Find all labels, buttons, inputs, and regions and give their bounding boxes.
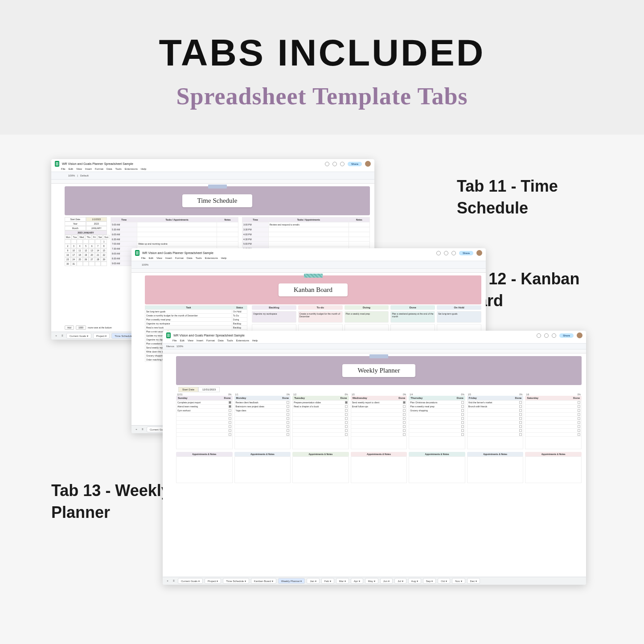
cell[interactable]: Plan a weekly meal prep bbox=[145, 318, 232, 322]
cal-day[interactable]: 10 bbox=[71, 248, 77, 253]
cal-day[interactable]: 12 bbox=[83, 248, 89, 253]
cal-day[interactable]: 14 bbox=[95, 248, 101, 253]
task-row[interactable] bbox=[176, 429, 232, 433]
cell[interactable]: To Do bbox=[232, 314, 247, 318]
menu-tools[interactable]: Tools bbox=[227, 339, 233, 342]
tab-aug[interactable]: Aug ▾ bbox=[408, 578, 421, 584]
day-body[interactable]: Plan Christmas decorationsPlan a weekly … bbox=[409, 400, 465, 449]
tab-time-schedule[interactable]: Time Schedule ▾ bbox=[223, 578, 249, 584]
menu-edit[interactable]: Edit bbox=[180, 339, 185, 342]
history-icon[interactable] bbox=[436, 251, 441, 255]
task-row[interactable] bbox=[409, 433, 465, 437]
menu-format[interactable]: Format bbox=[175, 257, 184, 259]
task-row[interactable] bbox=[468, 417, 523, 421]
task-row[interactable] bbox=[468, 409, 523, 413]
cal-day[interactable] bbox=[101, 262, 107, 266]
add-sheet-icon[interactable]: + bbox=[54, 334, 58, 338]
kanban-card[interactable]: Create a monthly budget for the month of… bbox=[298, 311, 343, 323]
day-body[interactable] bbox=[525, 400, 582, 449]
cal-day[interactable] bbox=[89, 262, 95, 266]
task-row[interactable]: Review client feedback bbox=[235, 401, 291, 405]
appt-body[interactable] bbox=[234, 456, 291, 483]
tab-oct[interactable]: Oct ▾ bbox=[438, 578, 450, 584]
menu-data[interactable]: Data bbox=[107, 168, 112, 170]
cal-day[interactable] bbox=[95, 239, 101, 244]
menu-edit[interactable]: Edit bbox=[149, 257, 153, 259]
cal-day[interactable] bbox=[95, 262, 101, 266]
cell[interactable] bbox=[349, 232, 369, 237]
task-row[interactable] bbox=[293, 421, 349, 425]
cal-day[interactable]: 28 bbox=[95, 257, 101, 262]
font[interactable]: Default bbox=[80, 174, 89, 177]
cell[interactable] bbox=[217, 237, 238, 242]
menu-view[interactable]: View bbox=[76, 168, 82, 170]
cal-day[interactable]: 31 bbox=[71, 262, 77, 266]
cell[interactable]: Set long-term goals bbox=[145, 310, 232, 314]
doc-title[interactable]: WR Vision and Goals Planner Spreadsheet … bbox=[142, 251, 213, 254]
cell[interactable] bbox=[217, 222, 238, 227]
cell[interactable]: Review and respond to emails bbox=[269, 222, 349, 227]
tab-dec[interactable]: Dec ▾ bbox=[467, 578, 480, 584]
task-row[interactable]: Visit the farmer's market bbox=[468, 401, 523, 405]
all-sheets-icon[interactable]: ≡ bbox=[60, 334, 65, 338]
day-body[interactable]: Prepare presentation slidesRead a chapte… bbox=[292, 400, 349, 449]
task-row[interactable] bbox=[235, 429, 291, 433]
menu-extensions[interactable]: Extensions bbox=[125, 168, 138, 170]
task-row[interactable] bbox=[468, 433, 523, 437]
add-count[interactable]: 1000 bbox=[76, 325, 86, 330]
task-row[interactable] bbox=[525, 401, 581, 405]
cal-day[interactable]: 11 bbox=[77, 248, 83, 253]
task-row[interactable] bbox=[525, 433, 581, 437]
task-row[interactable] bbox=[293, 417, 349, 421]
task-row[interactable] bbox=[293, 425, 349, 429]
cal-day[interactable] bbox=[77, 239, 83, 244]
tab-sep[interactable]: Sep ▾ bbox=[423, 578, 436, 584]
appt-body[interactable] bbox=[292, 456, 349, 483]
task-row[interactable] bbox=[293, 433, 349, 437]
cal-day[interactable]: 4 bbox=[77, 244, 83, 248]
task-row[interactable] bbox=[351, 413, 407, 417]
history-icon[interactable] bbox=[325, 162, 329, 166]
cal-day[interactable]: 24 bbox=[71, 257, 77, 262]
cell[interactable] bbox=[217, 242, 238, 246]
cell[interactable] bbox=[269, 232, 349, 237]
cal-day[interactable]: 18 bbox=[77, 253, 83, 257]
kanban-card[interactable]: Plan a weekly meal prep bbox=[345, 311, 389, 323]
cell[interactable]: Wake up and morning routine bbox=[137, 242, 217, 246]
share-button[interactable]: Share bbox=[559, 333, 574, 338]
cell[interactable] bbox=[269, 242, 349, 246]
cell[interactable] bbox=[137, 237, 217, 242]
tab-jul[interactable]: Jul ▾ bbox=[394, 578, 406, 584]
share-button[interactable]: Share bbox=[348, 162, 362, 166]
cal-day[interactable] bbox=[77, 262, 83, 266]
history-icon[interactable] bbox=[537, 333, 541, 338]
cal-day[interactable] bbox=[83, 262, 89, 266]
cal-day[interactable]: 20 bbox=[89, 253, 95, 257]
menu-extensions[interactable]: Extensions bbox=[205, 257, 218, 259]
task-row[interactable] bbox=[351, 417, 407, 421]
cell[interactable] bbox=[137, 232, 217, 237]
cell[interactable]: 4:30 PM bbox=[242, 237, 269, 242]
cell[interactable] bbox=[137, 222, 217, 227]
cal-day[interactable]: 1 bbox=[101, 239, 107, 244]
start-date-value[interactable]: 12/31/2023 bbox=[198, 387, 220, 392]
task-row[interactable]: Complete project report bbox=[176, 401, 232, 405]
cal-day[interactable]: 5 bbox=[83, 244, 89, 248]
task-row[interactable] bbox=[351, 409, 407, 413]
cell[interactable] bbox=[349, 237, 369, 242]
cell[interactable] bbox=[217, 227, 238, 232]
undo-icon[interactable] bbox=[55, 173, 59, 178]
day-body[interactable]: Complete project reportAttend team meeti… bbox=[176, 400, 233, 449]
menu-tools[interactable]: Tools bbox=[115, 168, 122, 170]
kanban-card[interactable]: Set long-term goals bbox=[437, 311, 481, 323]
menu-edit[interactable]: Edit bbox=[69, 168, 73, 170]
sheet-tabs[interactable]: +≡Current Goals ▾Project ▾Time Schedule … bbox=[163, 577, 586, 585]
tab-jun[interactable]: Jun ▾ bbox=[380, 578, 393, 584]
appt-body[interactable] bbox=[467, 456, 524, 483]
cal-day[interactable] bbox=[71, 239, 77, 244]
all-sheets-icon[interactable]: ≡ bbox=[140, 427, 145, 432]
task-row[interactable]: Attend team meeting bbox=[176, 405, 232, 409]
cal-day[interactable]: 16 bbox=[65, 253, 71, 257]
menu-file[interactable]: File bbox=[172, 339, 177, 342]
task-row[interactable] bbox=[468, 425, 523, 429]
